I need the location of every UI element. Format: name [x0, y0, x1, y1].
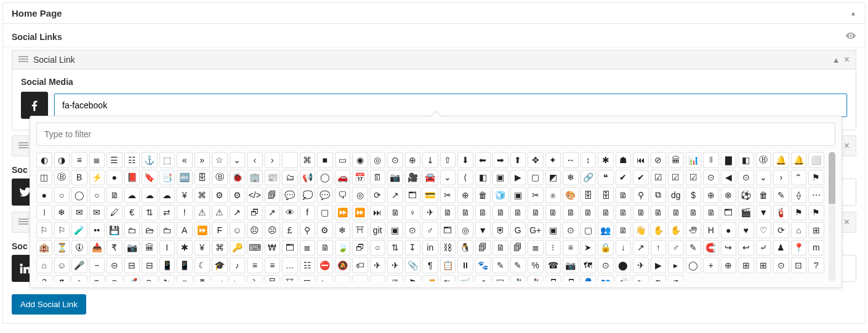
icon-option[interactable]: ↗ — [387, 187, 403, 203]
icon-option[interactable]: 🏨 — [36, 240, 52, 256]
icon-option[interactable]: 🗎 — [545, 205, 561, 221]
icon-option[interactable]: ₹ — [195, 275, 211, 282]
icon-option[interactable]: ⍟ — [545, 187, 561, 203]
icon-option[interactable]: ≣ — [89, 152, 105, 168]
icon-option[interactable]: 🖥 — [387, 275, 403, 282]
icon-option[interactable]: 🔤 — [177, 170, 193, 186]
icon-option[interactable]: 🗄 — [195, 170, 211, 186]
icon-option[interactable]: 📥 — [89, 240, 105, 256]
icon-option[interactable]: 🏛 — [142, 240, 158, 256]
icon-option[interactable]: ⚙ — [212, 187, 228, 203]
icon-option[interactable]: ≡ — [563, 240, 579, 256]
icon-option[interactable]: ✈ — [633, 257, 649, 273]
icon-option[interactable]: ⛨ — [492, 222, 508, 238]
icon-option[interactable]: € — [124, 205, 140, 221]
icon-option[interactable]: 💬 — [317, 187, 333, 203]
icon-option[interactable]: I — [159, 240, 175, 256]
icon-option[interactable]: ◇ — [71, 275, 87, 282]
icon-option[interactable]: 🎤 — [71, 257, 87, 273]
icon-option[interactable]: 🐞 — [230, 170, 246, 186]
icon-option[interactable]: 💬 — [282, 187, 298, 203]
icon-option[interactable]: 🗺 — [581, 257, 597, 273]
icon-option[interactable]: 🎥 — [405, 170, 421, 186]
icon-option[interactable]: ⊕ — [89, 275, 105, 282]
icon-option[interactable]: 🎨 — [563, 187, 579, 203]
icon-option[interactable]: ◑ — [668, 275, 684, 282]
icon-option[interactable]: ¥ — [177, 187, 193, 203]
icon-option[interactable]: F — [212, 222, 228, 238]
icon-option[interactable]: 👥 — [598, 275, 614, 282]
icon-option[interactable]: ○ — [54, 187, 70, 203]
icon-option[interactable]: ⬆ — [510, 152, 526, 168]
icon-filter-input[interactable] — [36, 122, 835, 146]
icon-option[interactable]: 🗎 — [616, 222, 632, 238]
icon-option[interactable]: ♟ — [773, 240, 789, 256]
icon-option[interactable]: ⬤ — [616, 257, 632, 273]
icon-option[interactable]: ⌘ — [195, 187, 211, 203]
icon-option[interactable]: ⚓ — [142, 152, 158, 168]
icon-option[interactable]: 🗑 — [756, 187, 772, 203]
icon-option[interactable]: ≣ — [300, 240, 316, 256]
icon-option[interactable]: 🗎 — [686, 205, 702, 221]
icon-option[interactable]: ⌂ — [36, 257, 52, 273]
icon-option[interactable]: ◎ — [352, 187, 368, 203]
icon-option[interactable]: 🗂 — [282, 170, 298, 186]
icon-option[interactable]: ⚐ — [36, 222, 52, 238]
icon-option[interactable]: ⟳ — [142, 275, 158, 282]
icon-option[interactable]: ➡ — [492, 152, 508, 168]
icon-option[interactable]: 📢 — [300, 170, 316, 186]
icon-option[interactable]: ⁝ — [545, 240, 561, 256]
add-social-link-button[interactable]: Add Social Link — [12, 294, 86, 315]
icon-option[interactable]: 🎓 — [212, 257, 228, 273]
icon-option[interactable]: 🗎 — [668, 205, 684, 221]
icon-option[interactable]: ⟠ — [791, 187, 807, 203]
icon-option[interactable]: ▣ — [545, 222, 561, 238]
icon-option[interactable]: ⌂ — [791, 222, 807, 238]
icon-option[interactable]: 🏢 — [247, 170, 263, 186]
icon-option[interactable]: ◩ — [545, 170, 561, 186]
icon-option[interactable]: ≡ — [71, 152, 87, 168]
icon-option[interactable]: ⬅ — [475, 152, 491, 168]
icon-option[interactable]: ⏩ — [195, 222, 211, 238]
icon-option[interactable]: 🗐 — [510, 240, 526, 256]
icon-option[interactable]: H — [703, 222, 719, 238]
icon-option[interactable]: ♻ — [54, 275, 70, 282]
icon-option[interactable]: 🗎 — [492, 240, 508, 256]
icon-option[interactable]: 🗨 — [335, 187, 351, 203]
icon-option[interactable]: ⌄ — [230, 152, 246, 168]
icon-option[interactable]: ☑ — [651, 170, 667, 186]
icon-option[interactable]: 🗎 — [703, 205, 719, 221]
icon-option[interactable]: ⁞ — [36, 205, 52, 221]
icon-option[interactable]: ⚙ — [230, 187, 246, 203]
icon-option[interactable]: ⚑ — [808, 170, 824, 186]
icon-option[interactable]: ☑ — [686, 170, 702, 186]
icon-option[interactable]: Ⓑ — [54, 170, 70, 186]
icon-option[interactable]: ⚠ — [212, 205, 228, 221]
icon-option[interactable]: 🔒 — [598, 240, 614, 256]
collapse-caret-icon[interactable]: ▲ — [850, 10, 856, 17]
icon-option[interactable]: 🚢 — [510, 275, 526, 282]
icon-option[interactable]: ↻ — [159, 275, 175, 282]
icon-option[interactable]: ◯ — [317, 170, 333, 186]
icon-option[interactable]: Ⓑ — [756, 152, 772, 168]
icon-option[interactable]: 📑 — [159, 170, 175, 186]
icon-option[interactable]: 🐧 — [457, 240, 473, 256]
icon-option[interactable]: ✱ — [598, 152, 614, 168]
icon-option[interactable]: 🧊 — [492, 187, 508, 203]
row-remove-icon[interactable]: × — [844, 54, 850, 65]
icon-option[interactable]: 📰 — [265, 170, 281, 186]
icon-option[interactable]: ✔ — [616, 170, 632, 186]
icon-option[interactable]: dg — [668, 187, 684, 203]
icon-option[interactable]: 🛍 — [440, 275, 456, 282]
icon-option[interactable]: ≣ — [528, 240, 544, 256]
icon-option[interactable]: ≡ — [177, 275, 193, 282]
icon-option[interactable]: ✈ — [370, 257, 386, 273]
icon-option[interactable]: ⊙ — [387, 152, 403, 168]
icon-option[interactable]: ↩ — [738, 240, 754, 256]
icon-option[interactable]: ⏭ — [370, 205, 386, 221]
icon-option[interactable]: ↧ — [405, 240, 421, 256]
icon-option[interactable]: ↩ — [212, 275, 228, 282]
icon-option[interactable]: ⌄ — [440, 170, 456, 186]
drag-handle-icon[interactable] — [18, 217, 28, 228]
icon-option[interactable]: ⇧ — [440, 152, 456, 168]
